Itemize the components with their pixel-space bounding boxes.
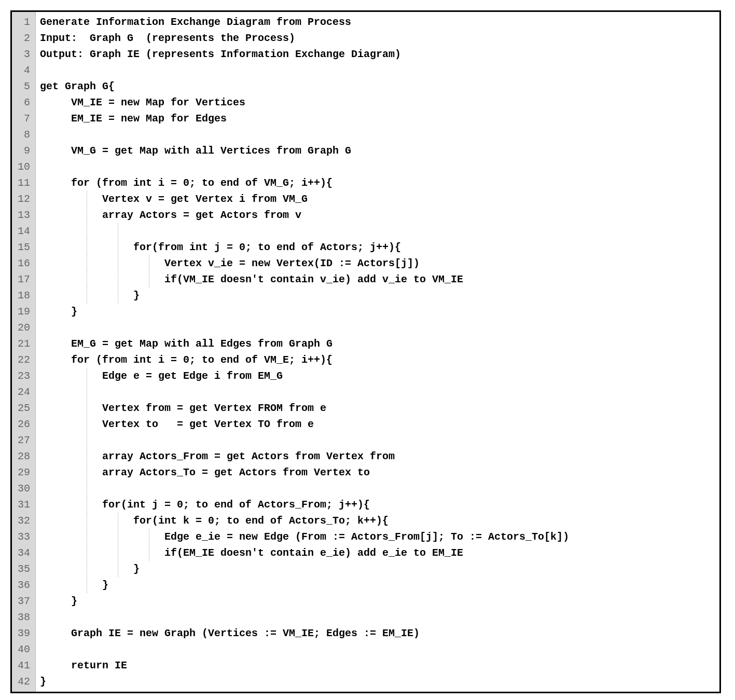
code-line: for(int k = 0; to end of Actors_To; k++)… <box>40 513 715 529</box>
code-text: if(VM_IE doesn't contain v_ie) add v_ie … <box>40 273 463 285</box>
line-number: 25 <box>15 400 30 416</box>
code-line: array Actors_To = get Actors from Vertex… <box>40 464 715 481</box>
code-line: } <box>40 593 715 609</box>
code-text: Edge e = get Edge i from EM_G <box>40 370 283 382</box>
code-text <box>40 611 71 623</box>
indent-guide <box>87 464 87 481</box>
line-number: 38 <box>15 609 30 625</box>
line-number: 10 <box>15 159 30 175</box>
line-number: 16 <box>15 255 30 271</box>
indent-guide <box>87 255 87 271</box>
line-number: 6 <box>15 94 30 111</box>
line-number: 40 <box>15 641 30 657</box>
code-line <box>40 223 715 239</box>
code-line: array Actors = get Actors from v <box>40 207 715 223</box>
code-line <box>40 62 715 78</box>
code-text <box>40 129 71 141</box>
code-text <box>40 386 102 398</box>
code-text: VM_IE = new Map for Vertices <box>40 97 245 108</box>
code-line <box>40 159 715 175</box>
code-text: } <box>40 563 140 575</box>
code-line: Generate Information Exchange Diagram fr… <box>40 14 715 30</box>
line-number: 34 <box>15 545 30 561</box>
code-text: for(from int j = 0; to end of Actors; j+… <box>40 241 401 253</box>
code-line <box>40 641 715 657</box>
code-text: get Graph G{ <box>40 80 115 92</box>
code-text: Vertex v = get Vertex i from VM_G <box>40 193 308 205</box>
line-number: 41 <box>15 657 30 674</box>
indent-guide <box>87 432 87 448</box>
code-text: EM_G = get Map with all Edges from Graph… <box>40 338 332 350</box>
indent-guide <box>118 545 118 561</box>
code-line: return IE <box>40 657 715 674</box>
code-text: Graph IE = new Graph (Vertices := VM_IE;… <box>40 627 420 639</box>
code-line: Output: Graph IE (represents Information… <box>40 46 715 62</box>
code-line <box>40 320 715 336</box>
code-line: Input: Graph G (represents the Process) <box>40 30 715 46</box>
code-line: if(EM_IE doesn't contain e_ie) add e_ie … <box>40 545 715 561</box>
code-text <box>40 161 71 173</box>
line-number: 1 <box>15 14 30 30</box>
indent-guide <box>87 239 87 255</box>
indent-guide <box>87 416 87 432</box>
line-number: 19 <box>15 304 30 320</box>
code-text: for (from int i = 0; to end of VM_G; i++… <box>40 177 332 189</box>
indent-guide <box>87 448 87 464</box>
indent-guide <box>87 577 87 593</box>
indent-guide <box>87 400 87 416</box>
indent-guide <box>87 207 87 223</box>
indent-guide <box>149 271 149 287</box>
line-number-gutter: 1234567891011121314151617181920212223242… <box>12 12 36 692</box>
code-text: return IE <box>40 660 127 671</box>
code-line <box>40 609 715 625</box>
code-text: } <box>40 595 77 607</box>
indent-guide <box>87 368 87 384</box>
indent-guide <box>118 271 118 287</box>
code-text: } <box>40 579 108 591</box>
line-number: 17 <box>15 271 30 287</box>
code-line: for (from int i = 0; to end of VM_G; i++… <box>40 175 715 191</box>
indent-guide <box>118 561 118 577</box>
code-text <box>40 643 71 655</box>
code-text: EM_IE = new Map for Edges <box>40 113 227 125</box>
code-text: Input: Graph G (represents the Process) <box>40 32 295 44</box>
code-line: } <box>40 577 715 593</box>
indent-guide <box>87 191 87 207</box>
line-number: 20 <box>15 320 30 336</box>
code-line: } <box>40 674 715 690</box>
line-number: 27 <box>15 432 30 448</box>
code-text: Output: Graph IE (represents Information… <box>40 48 401 60</box>
code-text: Vertex from = get Vertex FROM from e <box>40 402 326 414</box>
code-line: if(VM_IE doesn't contain v_ie) add v_ie … <box>40 271 715 287</box>
code-text: Edge e_ie = new Edge (From := Actors_Fro… <box>40 531 569 543</box>
code-text: } <box>40 676 46 688</box>
code-line <box>40 481 715 497</box>
indent-guide <box>87 545 87 561</box>
line-number: 7 <box>15 111 30 127</box>
line-number: 11 <box>15 175 30 191</box>
indent-guide <box>87 271 87 287</box>
code-text: Vertex v_ie = new Vertex(ID := Actors[j]… <box>40 257 420 269</box>
code-text: for(int j = 0; to end of Actors_From; j+… <box>40 499 370 511</box>
code-line: array Actors_From = get Actors from Vert… <box>40 448 715 464</box>
code-area: Generate Information Exchange Diagram fr… <box>36 12 719 692</box>
code-line: Vertex v = get Vertex i from VM_G <box>40 191 715 207</box>
line-number: 32 <box>15 513 30 529</box>
code-text <box>40 225 102 237</box>
code-line: get Graph G{ <box>40 78 715 94</box>
line-number: 15 <box>15 239 30 255</box>
code-text: array Actors_From = get Actors from Vert… <box>40 450 395 462</box>
code-line: EM_IE = new Map for Edges <box>40 111 715 127</box>
code-text: for (from int i = 0; to end of VM_E; i++… <box>40 354 332 366</box>
code-line: } <box>40 287 715 304</box>
code-line: VM_G = get Map with all Vertices from Gr… <box>40 143 715 159</box>
indent-guide <box>118 529 118 545</box>
indent-guide <box>118 513 118 529</box>
code-text: array Actors_To = get Actors from Vertex… <box>40 466 370 478</box>
code-text: } <box>40 290 140 301</box>
line-number: 2 <box>15 30 30 46</box>
line-number: 12 <box>15 191 30 207</box>
line-number: 33 <box>15 529 30 545</box>
line-number: 42 <box>15 674 30 690</box>
code-line: } <box>40 561 715 577</box>
